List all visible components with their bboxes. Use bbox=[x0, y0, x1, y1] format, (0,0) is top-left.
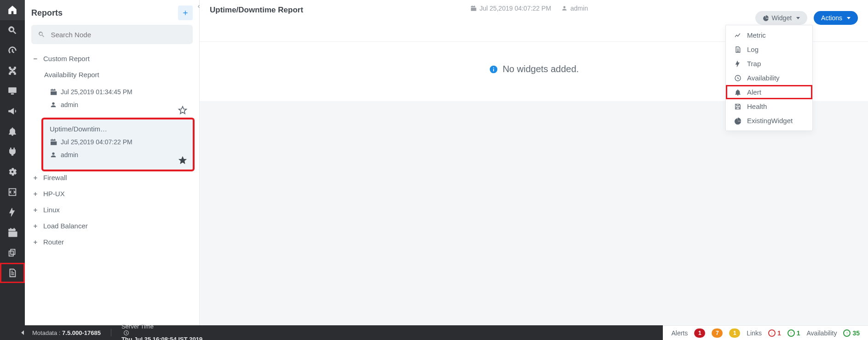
calendar-icon bbox=[470, 5, 477, 11]
expand-icon: + bbox=[32, 206, 39, 214]
gears-icon[interactable] bbox=[0, 162, 25, 182]
report-user: admin bbox=[61, 151, 78, 159]
dd-metric[interactable]: Metric bbox=[726, 28, 812, 42]
actions-dropdown-button[interactable]: Actions bbox=[814, 11, 858, 25]
tree-node-availability[interactable]: Availability Report bbox=[43, 67, 193, 83]
tree-node-hpux[interactable]: + HP-UX bbox=[31, 186, 193, 202]
availability-label: Availability bbox=[807, 329, 837, 337]
arrow-down-icon: ↓ bbox=[768, 329, 776, 337]
calendar-icon bbox=[50, 88, 57, 96]
widget-dropdown-button[interactable]: Widget bbox=[755, 11, 808, 25]
reports-icon[interactable] bbox=[0, 263, 25, 283]
pie-icon bbox=[734, 117, 742, 125]
collapse-icon: − bbox=[32, 55, 39, 62]
app-body: ‹ Reports − Custom Report Availability R… bbox=[25, 0, 868, 325]
calendar-icon bbox=[50, 138, 57, 146]
report-title: Uptime/Downtim… bbox=[50, 125, 186, 133]
tree-label: Firewall bbox=[43, 174, 67, 181]
dd-trap[interactable]: Trap bbox=[726, 57, 812, 71]
report-card[interactable]: Jul 25,2019 01:34:45 PM admin bbox=[43, 83, 193, 119]
chart-line-icon bbox=[734, 32, 742, 39]
empty-text: No widgets added. bbox=[503, 64, 579, 74]
report-date: Jul 25,2019 04:07:22 PM bbox=[61, 138, 132, 146]
links-up[interactable]: ↑ 1 bbox=[788, 329, 800, 337]
info-icon bbox=[489, 65, 498, 74]
dd-log[interactable]: Log bbox=[726, 42, 812, 57]
report-user: admin bbox=[61, 101, 78, 108]
star-toggle[interactable] bbox=[178, 106, 187, 115]
report-date: Jul 25,2019 01:34:45 PM bbox=[61, 88, 132, 96]
tree-node-router[interactable]: + Router bbox=[31, 234, 193, 250]
plug-icon[interactable] bbox=[0, 142, 25, 162]
tree-node-custom-report[interactable]: − Custom Report bbox=[31, 51, 193, 67]
search-icon[interactable] bbox=[0, 20, 25, 40]
file-icon bbox=[734, 46, 742, 53]
bolt-icon[interactable] bbox=[0, 202, 25, 222]
brand-label: Motadata : bbox=[32, 329, 60, 336]
report-card-selected[interactable]: Uptime/Downtim… Jul 25,2019 04:07:22 PM … bbox=[43, 119, 193, 170]
calendar-icon[interactable] bbox=[0, 222, 25, 243]
tree-label: Custom Report bbox=[43, 55, 90, 62]
status-light: Alerts 1 7 1 Links ↓ 1 ↑ 1 Availability … bbox=[663, 325, 868, 340]
save-icon bbox=[734, 103, 742, 110]
dd-availability[interactable]: Availability bbox=[726, 71, 812, 85]
alert-pill-warning[interactable]: 1 bbox=[729, 329, 740, 338]
add-report-button[interactable] bbox=[178, 6, 193, 20]
network-icon[interactable] bbox=[0, 61, 25, 81]
report-tree: − Custom Report Availability Report Jul … bbox=[31, 51, 193, 250]
tree-label: Linux bbox=[43, 206, 60, 214]
expand-icon: + bbox=[32, 238, 39, 246]
report-meta: Jul 25,2019 04:07:22 PM admin bbox=[312, 5, 746, 12]
dd-health[interactable]: Health bbox=[726, 99, 812, 113]
clock-icon bbox=[123, 330, 129, 336]
tree-node-loadbalancer[interactable]: + Load Balancer bbox=[31, 218, 193, 234]
star-toggle[interactable] bbox=[178, 156, 187, 165]
megaphone-icon[interactable] bbox=[0, 101, 25, 121]
status-dark: Motadata : 7.5.000-17685 Server Time Thu… bbox=[25, 325, 663, 340]
widget-btn-label: Widget bbox=[772, 14, 792, 22]
expand-icon: + bbox=[32, 174, 39, 181]
tree-label: Router bbox=[43, 238, 64, 246]
copy-icon[interactable] bbox=[0, 243, 25, 263]
reports-sidebar: ‹ Reports − Custom Report Availability R… bbox=[25, 0, 200, 325]
alerts-label: Alerts bbox=[671, 329, 688, 337]
widget-dropdown-menu: Metric Log Trap Availability Alert Healt… bbox=[725, 25, 813, 131]
pie-icon bbox=[763, 15, 769, 21]
bell-icon bbox=[734, 89, 742, 96]
dd-existing[interactable]: ExistingWidget bbox=[726, 113, 812, 128]
alert-pill-major[interactable]: 7 bbox=[712, 329, 723, 338]
search-input[interactable] bbox=[51, 31, 186, 39]
arrow-up-icon: ↑ bbox=[788, 329, 795, 337]
availability-up[interactable]: ↑ 35 bbox=[843, 329, 860, 337]
search-node[interactable] bbox=[31, 25, 193, 44]
clock-icon bbox=[734, 74, 742, 82]
expand-icon: + bbox=[32, 190, 39, 198]
code-icon[interactable] bbox=[0, 182, 25, 202]
bolt-icon bbox=[734, 60, 742, 68]
meta-user: admin bbox=[570, 5, 588, 12]
page-title: Uptime/Downtime Report bbox=[210, 5, 303, 15]
user-icon bbox=[50, 101, 57, 108]
sidebar-title: Reports bbox=[31, 8, 63, 18]
bell-icon[interactable] bbox=[0, 121, 25, 142]
tree-label: Load Balancer bbox=[43, 222, 88, 230]
meta-date: Jul 25,2019 04:07:22 PM bbox=[479, 5, 551, 12]
user-icon bbox=[50, 151, 57, 159]
expand-icon: + bbox=[32, 222, 39, 230]
version: 7.5.000-17685 bbox=[62, 329, 101, 336]
status-bar: Motadata : 7.5.000-17685 Server Time Thu… bbox=[25, 325, 868, 340]
content-area: Uptime/Downtime Report Jul 25,2019 04:07… bbox=[200, 0, 868, 325]
arrow-up-icon: ↑ bbox=[843, 329, 851, 337]
tree-node-linux[interactable]: + Linux bbox=[31, 202, 193, 218]
tree-label: Availability Report bbox=[44, 71, 99, 79]
dd-alert[interactable]: Alert bbox=[726, 85, 812, 99]
tree-node-firewall[interactable]: + Firewall bbox=[31, 170, 193, 186]
home-icon[interactable] bbox=[0, 0, 25, 20]
monitor-icon[interactable] bbox=[0, 81, 25, 101]
dashboard-icon[interactable] bbox=[0, 40, 25, 61]
caret-left-icon[interactable] bbox=[21, 330, 24, 335]
nav-rail bbox=[0, 0, 25, 340]
links-down[interactable]: ↓ 1 bbox=[768, 329, 781, 337]
alert-pill-critical[interactable]: 1 bbox=[694, 329, 705, 338]
search-icon bbox=[38, 30, 45, 39]
